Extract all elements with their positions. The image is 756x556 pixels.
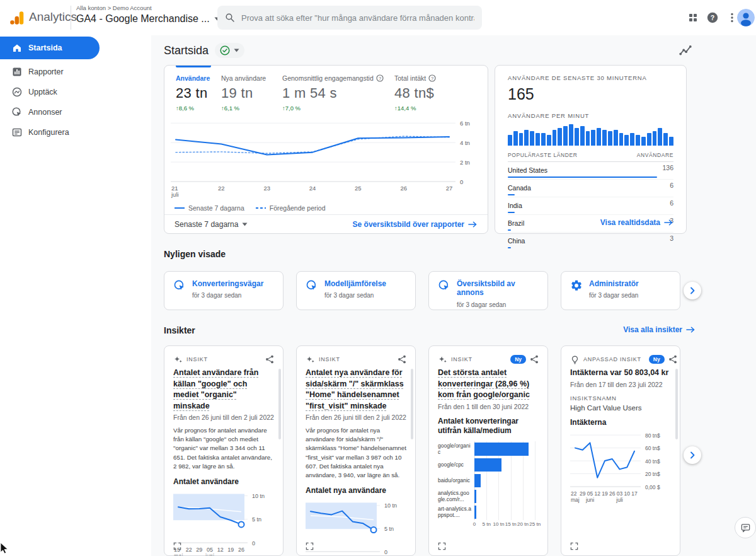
share-icon[interactable]: [668, 355, 677, 364]
recent-card-conversion-paths[interactable]: Konverteringsvägar för 3 dagar sedan: [164, 271, 284, 310]
analytics-logo-icon[interactable]: [9, 9, 25, 26]
page-status-dropdown[interactable]: [215, 43, 244, 58]
sidebar-item-reports[interactable]: Rapporter: [0, 62, 151, 82]
sidebar-item-advertising[interactable]: Annonser: [0, 102, 151, 122]
insight-users-chart: 10 tn5 tn015maj222905juni121926: [173, 489, 274, 556]
recent-card-ads-overview[interactable]: Översiktsbild av annons för 3 dagar seda…: [428, 271, 548, 310]
mouse-cursor: [0, 542, 10, 555]
metric-value: 48 tn$: [394, 85, 436, 101]
explore-icon: [11, 86, 23, 98]
advertising-icon: [173, 279, 186, 292]
feedback-button[interactable]: [735, 517, 756, 538]
date-range-picker[interactable]: Senaste 7 dagarna: [175, 220, 248, 229]
insight-date: Från den 26 juni till den 2 juli 2022: [306, 414, 406, 421]
sidebar-item-explore[interactable]: Upptäck: [0, 82, 151, 102]
svg-text:juli: juli: [171, 191, 179, 198]
chevron-right-icon: [687, 450, 697, 460]
recent-card-model-comparison[interactable]: Modelljämförelse för 3 dagar sedan: [296, 271, 416, 310]
insight-chart-title: Antalet konverteringar utifrån källa/med…: [438, 417, 539, 436]
expand-icon[interactable]: [306, 542, 314, 550]
breadcrumb: Alla konton > Demo Account: [76, 4, 220, 11]
expand-icon[interactable]: [173, 542, 181, 550]
svg-text:19: 19: [602, 490, 608, 497]
svg-text:4 tn: 4 tn: [460, 139, 470, 146]
expand-icon[interactable]: [570, 542, 578, 550]
card-scrollbar[interactable]: [675, 369, 678, 439]
insights-sparkline-icon[interactable]: [679, 44, 692, 57]
metric-value: 1 m 54 s: [282, 85, 384, 101]
country-row: India 6: [508, 197, 673, 215]
svg-text:12: 12: [217, 547, 224, 553]
view-realtime-link[interactable]: Visa realtidsdata: [600, 218, 673, 227]
expand-icon[interactable]: [438, 542, 446, 550]
sidebar-nav: Startsida Rapporter Upptäck Annonser Kon…: [0, 35, 151, 556]
users-trend-chart: 02 tn4 tn6 tn21juli222324252627: [171, 115, 489, 200]
account-switcher[interactable]: Alla konton > Demo Account GA4 - Google …: [76, 4, 220, 25]
card-scrollbar[interactable]: [278, 369, 281, 439]
help-icon[interactable]: ?: [706, 11, 719, 24]
insight-title[interactable]: Antalet användare från källan "google" o…: [173, 368, 274, 412]
apps-grid-icon[interactable]: [688, 13, 698, 23]
country-name: United States: [508, 166, 547, 174]
svg-text:24: 24: [309, 185, 316, 192]
insight-spark-icon: [173, 355, 183, 364]
svg-text:maj: maj: [174, 553, 183, 556]
metric-tab-users[interactable]: Användare 23 tn ↑8,6 %: [176, 74, 210, 112]
svg-text:22: 22: [571, 490, 577, 497]
bar: [474, 458, 501, 472]
search-input[interactable]: [241, 13, 474, 23]
svg-text:03: 03: [617, 490, 623, 497]
search-bar[interactable]: [217, 6, 482, 30]
more-menu-icon[interactable]: [726, 11, 738, 24]
insight-title[interactable]: Antalet nya användare för sida/skärm "/"…: [306, 368, 406, 412]
search-icon: [225, 13, 235, 23]
property-name: GA4 - Google Merchandise ...: [76, 13, 210, 25]
share-icon[interactable]: [398, 355, 406, 364]
product-name: Analytics: [29, 10, 77, 24]
insight-title[interactable]: Det största antalet konverteringar (28,9…: [438, 368, 539, 401]
svg-text:26: 26: [238, 547, 244, 553]
country-row: China 3: [508, 233, 673, 250]
legend-label: Senaste 7 dagarna: [188, 204, 244, 212]
recent-card-title: Modelljämförelse: [324, 279, 386, 288]
sidebar-item-home[interactable]: Startsida: [0, 37, 100, 59]
insight-kind-label: INSIKT: [451, 356, 472, 362]
country-bar: [508, 229, 511, 231]
help-circle-icon: ?: [428, 74, 436, 82]
insights-next-button[interactable]: [684, 446, 701, 464]
reports-icon: [11, 66, 23, 78]
share-icon[interactable]: [265, 355, 274, 364]
reports-snapshot-link[interactable]: Se översiktsbild över rapporter: [353, 220, 478, 229]
view-all-insights-link[interactable]: Visa alla insikter: [623, 325, 696, 334]
new-badge: Ny: [510, 355, 526, 364]
card-scrollbar[interactable]: [411, 369, 413, 439]
sidebar-item-configure[interactable]: Konfigurera: [0, 122, 151, 142]
legend-solid-line: [175, 207, 185, 209]
recent-next-button[interactable]: [684, 282, 701, 299]
help-circle-icon: ?: [376, 74, 384, 82]
metric-label: Användare: [176, 74, 210, 82]
insight-title[interactable]: Intäkterna var 50 803,04 kr: [570, 368, 671, 379]
metric-tab-engagement-time[interactable]: Genomsnittlig engagemangstid ? 1 m 54 s …: [282, 74, 384, 112]
svg-text:20 tn$: 20 tn$: [645, 471, 660, 477]
insight-chart-title: Antalet användare: [173, 477, 274, 487]
per-minute-label: ANVÄNDARE PER MINUT: [508, 112, 673, 119]
legend-dashed-line: [256, 207, 266, 209]
recent-card-time: för 3 dagar sedan: [589, 292, 639, 299]
overview-card: Användare 23 tn ↑8,6 % Nya användare 19 …: [164, 65, 488, 234]
bar: [474, 474, 481, 487]
insight-body: Vår prognos för antalet nya användare fö…: [306, 426, 406, 480]
metric-tab-total-revenue[interactable]: Total intäkt ? 48 tn$ ↑14,4 %: [394, 74, 436, 112]
metric-label: Nya användare: [221, 74, 266, 82]
bar-label: google/organic: [438, 443, 474, 455]
chevron-down-icon: [242, 223, 248, 226]
x-axis-labels: 05 tn10 tn15 tn20 tn25 tn: [474, 521, 539, 529]
svg-text:?: ?: [431, 76, 433, 81]
bar-label: art-analytics.appspot....: [438, 506, 474, 518]
recent-card-admin[interactable]: Administratör för 3 dagar sedan: [561, 271, 680, 310]
gear-icon: [570, 279, 583, 292]
metric-tab-new-users[interactable]: Nya användare 19 tn ↑6,1 %: [221, 74, 266, 112]
avatar[interactable]: [737, 9, 755, 26]
share-icon[interactable]: [530, 355, 539, 364]
sidebar-item-label: Rapporter: [28, 67, 64, 76]
